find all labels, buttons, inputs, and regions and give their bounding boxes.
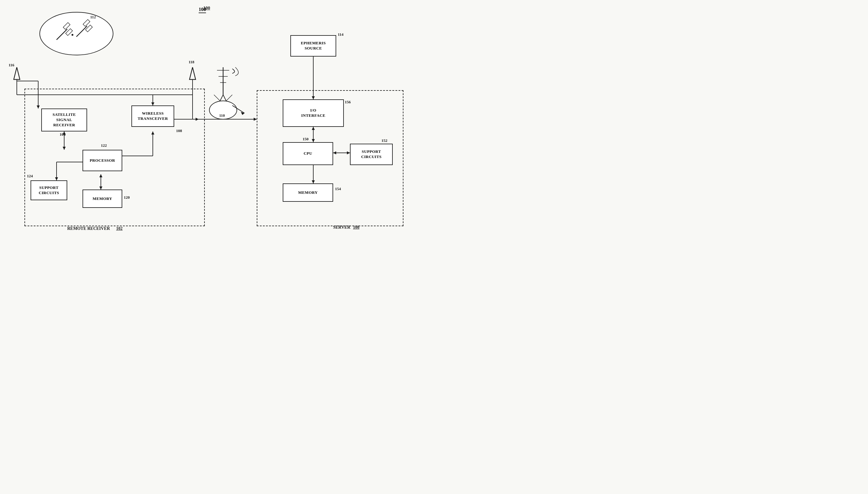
remote-receiver-label: REMOTE RECEIVER xyxy=(67,226,110,231)
ref-104-label: 104 xyxy=(60,132,66,137)
svg-line-57 xyxy=(232,106,245,113)
svg-line-18 xyxy=(214,95,223,113)
diagram: 100 112 116 118 110 114 REMOTE RECEIVER … xyxy=(0,0,434,247)
wireless-transceiver-box: WIRELESS TRANSCEIVER xyxy=(131,106,174,127)
ref-152-label: 152 xyxy=(382,138,388,143)
wireless-transceiver-text: WIRELESS TRANSCEIVER xyxy=(138,111,168,121)
system-100-label: 100 xyxy=(199,7,206,13)
ref-156-label: 156 xyxy=(345,100,351,104)
svg-line-21 xyxy=(214,95,232,113)
ref-118-label: 118 xyxy=(189,60,194,64)
processor-text: PROCESSOR xyxy=(90,158,115,163)
processor-box: PROCESSOR xyxy=(82,150,122,171)
ref-110-label: 110 xyxy=(219,113,225,118)
ref-112-label: 112 xyxy=(90,15,96,20)
svg-line-20 xyxy=(214,95,232,113)
svg-line-1 xyxy=(57,29,67,40)
io-interface-text: I/O INTERFACE xyxy=(301,108,325,118)
svg-line-19 xyxy=(223,95,232,113)
ref-122-label: 122 xyxy=(101,143,107,148)
svg-marker-12 xyxy=(190,67,196,79)
ref-154-label: 154 xyxy=(335,187,341,191)
memory-right-text: MEMORY xyxy=(298,190,318,195)
svg-marker-8 xyxy=(14,67,20,79)
satellite-signal-receiver-text: SATELLITE SIGNAL RECEIVER xyxy=(53,112,76,128)
svg-rect-2 xyxy=(63,23,70,30)
remote-receiver-number: 102 xyxy=(116,226,122,231)
svg-point-0 xyxy=(40,12,113,55)
svg-line-4 xyxy=(76,26,87,37)
svg-marker-56 xyxy=(254,118,257,121)
memory-left-box: MEMORY xyxy=(82,190,122,208)
cpu-box: CPU xyxy=(283,142,333,165)
memory-right-box: MEMORY xyxy=(283,184,333,202)
support-circuits-left-box: SUPPORT CIRCUITS xyxy=(31,180,67,200)
support-circuits-right-box: SUPPORT CIRCUITS xyxy=(350,144,393,165)
ref-120-label: 120 xyxy=(124,195,130,200)
ephemeris-source-box: EPHEMERIS SOURCE xyxy=(290,35,336,57)
svg-rect-3 xyxy=(66,29,73,36)
ref-108-left-label: 108 xyxy=(176,128,182,133)
ref-114-label: 114 xyxy=(338,32,344,37)
ephemeris-source-text: EPHEMERIS SOURCE xyxy=(301,41,326,51)
support-circuits-right-text: SUPPORT CIRCUITS xyxy=(361,149,382,159)
server-label: SERVER xyxy=(333,225,350,230)
svg-marker-58 xyxy=(241,112,245,115)
memory-left-text: MEMORY xyxy=(93,196,112,202)
io-interface-box: I/O INTERFACE xyxy=(283,99,344,127)
satellite-signal-receiver-box: SATELLITE SIGNAL RECEIVER xyxy=(41,109,87,131)
support-circuits-left-text: SUPPORT CIRCUITS xyxy=(39,185,59,196)
ref-124-label: 124 xyxy=(27,174,33,178)
svg-point-7 xyxy=(72,34,73,36)
svg-rect-6 xyxy=(85,25,93,32)
cpu-text: CPU xyxy=(304,151,312,156)
server-number: 108 xyxy=(353,225,360,230)
svg-rect-5 xyxy=(83,20,90,26)
ref-150-label: 150 xyxy=(303,137,309,141)
ref-116-label: 116 xyxy=(8,63,14,68)
